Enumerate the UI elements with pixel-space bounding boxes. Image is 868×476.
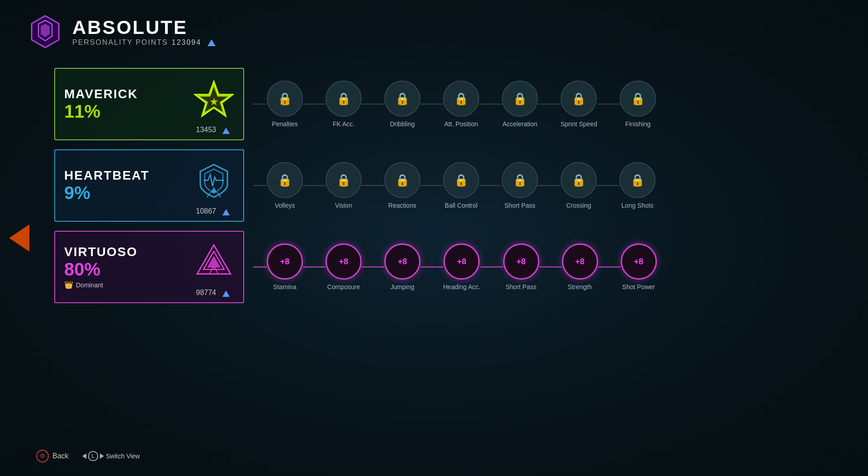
lock-icon: 🔒 [630, 173, 645, 187]
skill-node-penalties: 🔒 Penalties [267, 81, 303, 128]
connector-active [481, 267, 503, 267]
back-button[interactable]: O Back [36, 450, 69, 462]
heartbeat-upgrade-icon [222, 209, 230, 215]
skill-label-vision: Vision [335, 202, 352, 209]
lock-icon: 🔒 [336, 92, 351, 106]
svg-marker-6 [211, 187, 217, 193]
skill-circle-jumping: +8 [384, 243, 420, 280]
maverick-upgrade-icon [222, 128, 230, 134]
heartbeat-points: 10867 [196, 207, 217, 215]
maverick-points: 13453 [196, 126, 217, 134]
virtuoso-card[interactable]: VIRTUOSO 80% 👑 Dominant [54, 231, 244, 303]
left-nav-arrow[interactable] [9, 224, 29, 252]
lock-icon: 🔒 [571, 92, 586, 106]
personality-points-value: 123094 [172, 38, 201, 47]
skill-node-longshots: 🔒 Long Shots [619, 162, 656, 209]
lock-icon: 🔒 [454, 173, 468, 187]
skill-circle-fkacc: 🔒 [326, 81, 362, 117]
skill-node-volleys: 🔒 Volleys [267, 162, 303, 209]
connector [303, 185, 326, 186]
skill-circle-strength: +8 [562, 243, 598, 280]
skill-label-reactions: Reactions [388, 202, 416, 209]
skill-node-headingacc: +8 Heading Acc. [443, 243, 481, 290]
switch-view-button[interactable]: L Switch View [82, 451, 140, 461]
connector [538, 185, 561, 186]
skill-circle-stamina: +8 [267, 243, 303, 280]
skill-circle-volleys: 🔒 [267, 162, 303, 198]
maverick-skills-chain: 🔒 Penalties 🔒 FK Acc. 🔒 Dribbling [244, 81, 841, 128]
header-logo [27, 14, 63, 50]
connector [597, 104, 620, 105]
lock-icon: 🔒 [395, 92, 410, 106]
skill-label-longshots: Long Shots [622, 202, 654, 209]
skill-circle-composure: +8 [326, 243, 362, 280]
virtuoso-upgrade-icon [222, 290, 230, 297]
connector [303, 104, 326, 105]
skill-node-shotpower: +8 Shot Power [621, 243, 657, 290]
switch-label: Switch View [106, 452, 140, 460]
skill-label-penalties: Penalties [272, 120, 298, 128]
skill-label-crossing: Crossing [566, 202, 591, 209]
skill-node-shortpass-v: +8 Short Pass [503, 243, 539, 290]
heartbeat-card[interactable]: HEARTBEAT 9% 10867 [54, 149, 244, 222]
skill-label-finishing: Finishing [625, 120, 651, 128]
skill-label-composure: Composure [327, 283, 360, 290]
skill-label-dribbling: Dribbling [390, 120, 415, 128]
lock-icon: 🔒 [631, 92, 645, 106]
virtuoso-skills-chain: +8 Stamina +8 Composure +8 Jumping [244, 243, 841, 290]
back-button-circle: O [36, 450, 49, 462]
skill-node-fkacc: 🔒 FK Acc. [326, 81, 362, 128]
skill-node-finishing: 🔒 Finishing [620, 81, 656, 128]
skill-label-jumping: Jumping [391, 283, 415, 290]
connector [597, 185, 619, 186]
personalities-area: MAVERICK 11% ★ 13453 🔒 [54, 68, 841, 303]
back-label: Back [52, 452, 69, 460]
connector-active [420, 267, 443, 267]
header-title: ABSOLUTE [72, 17, 216, 38]
lock-icon: 🔒 [278, 92, 292, 106]
virtuoso-first-connector [253, 267, 267, 267]
shotpower-value: +8 [634, 257, 643, 267]
skill-label-shortpass-v: Short Pass [505, 283, 536, 290]
virtuoso-points: 98774 [196, 289, 217, 297]
skill-node-ballcontrol: 🔒 Ball Control [443, 162, 479, 209]
skill-node-attpos: 🔒 Att. Position [443, 81, 479, 128]
connector [479, 104, 502, 105]
headingacc-value: +8 [457, 257, 467, 267]
lock-icon: 🔒 [513, 92, 527, 106]
heartbeat-row: HEARTBEAT 9% 10867 [54, 149, 841, 222]
skill-label-attpos: Att. Position [444, 120, 478, 128]
skill-circle-longshots: 🔒 [619, 162, 656, 198]
maverick-card[interactable]: MAVERICK 11% ★ 13453 [54, 68, 244, 140]
skill-label-volleys: Volleys [275, 202, 295, 209]
composure-value: +8 [339, 257, 349, 267]
heartbeat-skills-chain: 🔒 Volleys 🔒 Vision 🔒 Reactions [244, 162, 841, 209]
skill-label-ballcontrol: Ball Control [445, 202, 477, 209]
connector [538, 104, 561, 105]
left-arrow-icon [82, 453, 86, 459]
skill-label-shotpower: Shot Power [622, 283, 655, 290]
skill-node-vision: 🔒 Vision [326, 162, 362, 209]
svg-text:★: ★ [210, 97, 218, 107]
skill-circle-accel: 🔒 [502, 81, 538, 117]
skill-label-shortpass-hb: Short Pass [505, 202, 535, 209]
virtuoso-row: VIRTUOSO 80% 👑 Dominant [54, 231, 841, 303]
connector-active [303, 267, 326, 267]
connector-active [362, 267, 384, 267]
skill-label-fkacc: FK Acc. [333, 120, 354, 128]
skill-node-sprint: 🔒 Sprint Speed [561, 81, 597, 128]
heartbeat-icon [193, 160, 234, 203]
connector-active [539, 267, 562, 267]
skill-node-strength: +8 Strength [562, 243, 598, 290]
skill-circle-headingacc: +8 [443, 243, 480, 280]
header-info: ABSOLUTE PERSONALITY POINTS 123094 [72, 17, 216, 47]
skill-label-headingacc: Heading Acc. [443, 283, 481, 290]
skill-circle-attpos: 🔒 [443, 81, 479, 117]
points-upgrade-icon [208, 39, 216, 46]
skill-node-stamina: +8 Stamina [267, 243, 303, 290]
skill-circle-dribbling: 🔒 [384, 81, 420, 117]
connector [479, 185, 502, 186]
header-subtitle: PERSONALITY POINTS 123094 [72, 38, 216, 47]
maverick-row: MAVERICK 11% ★ 13453 🔒 [54, 68, 841, 140]
heartbeat-first-connector [253, 185, 267, 186]
